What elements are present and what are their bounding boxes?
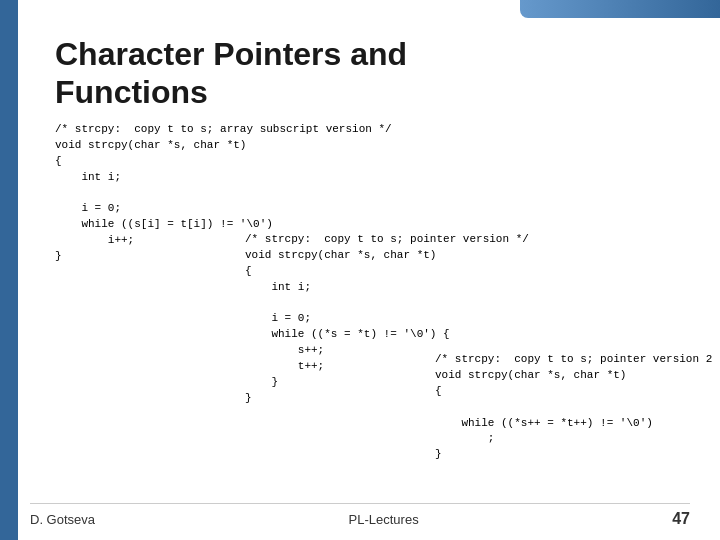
top-bar — [520, 0, 720, 18]
code-block-right: /* strcpy: copy t to s; pointer version … — [435, 352, 720, 464]
title-area: Character Pointers and Functions — [55, 35, 690, 112]
content-area: /* strcpy: copy t to s; array subscript … — [55, 122, 690, 432]
code-wrapper: /* strcpy: copy t to s; array subscript … — [55, 122, 690, 432]
title-line1: Character Pointers and — [55, 36, 407, 72]
code-right: /* strcpy: copy t to s; pointer version … — [435, 352, 720, 464]
title-line2: Functions — [55, 74, 208, 110]
footer: D. Gotseva PL-Lectures 47 — [30, 503, 690, 528]
slide: Character Pointers and Functions /* strc… — [0, 0, 720, 540]
left-bar — [0, 0, 18, 540]
footer-author: D. Gotseva — [30, 512, 95, 527]
slide-title: Character Pointers and Functions — [55, 35, 690, 112]
footer-title: PL-Lectures — [349, 512, 419, 527]
footer-page-number: 47 — [672, 510, 690, 528]
